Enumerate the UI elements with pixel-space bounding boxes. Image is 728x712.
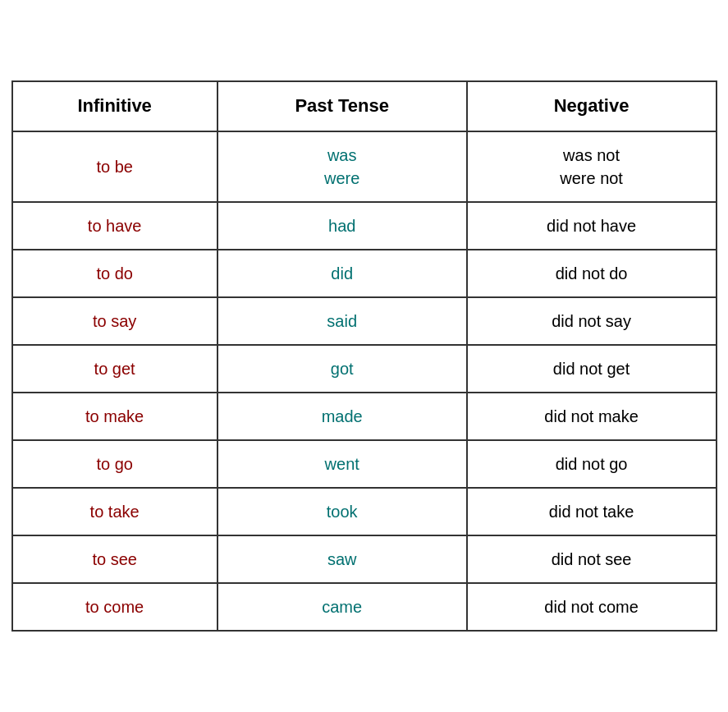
cell-negative: did not go: [467, 440, 717, 488]
cell-infinitive: to get: [12, 345, 217, 393]
table-row: to gowentdid not go: [12, 440, 717, 488]
cell-past-tense: made: [217, 393, 467, 440]
cell-past-tense: said: [217, 297, 467, 345]
cell-negative: did not do: [467, 250, 717, 297]
cell-infinitive: to come: [12, 583, 217, 631]
table-row: to taketookdid not take: [12, 488, 717, 535]
cell-infinitive: to do: [12, 250, 217, 297]
cell-past-tense: did: [217, 250, 467, 297]
cell-past-tense: got: [217, 345, 467, 393]
cell-infinitive: to see: [12, 535, 217, 583]
cell-past-tense: took: [217, 488, 467, 535]
cell-negative: was notwere not: [467, 131, 717, 202]
cell-past-tense: waswere: [217, 131, 467, 202]
table-row: to seesawdid not see: [12, 535, 717, 583]
cell-past-tense: came: [217, 583, 467, 631]
cell-negative: did not make: [467, 393, 717, 440]
cell-negative: did not see: [467, 535, 717, 583]
cell-negative: did not say: [467, 297, 717, 345]
cell-infinitive: to have: [12, 202, 217, 250]
table-container: Infinitive Past Tense Negative to bewasw…: [11, 80, 717, 632]
header-row: Infinitive Past Tense Negative: [12, 81, 717, 131]
cell-past-tense: had: [217, 202, 467, 250]
table-row: to getgotdid not get: [12, 345, 717, 393]
header-infinitive: Infinitive: [12, 81, 217, 131]
cell-infinitive: to be: [12, 131, 217, 202]
cell-past-tense: saw: [217, 535, 467, 583]
header-past-tense: Past Tense: [217, 81, 467, 131]
cell-infinitive: to take: [12, 488, 217, 535]
table-row: to makemadedid not make: [12, 393, 717, 440]
verb-table: Infinitive Past Tense Negative to bewasw…: [11, 80, 717, 632]
cell-past-tense: went: [217, 440, 467, 488]
cell-infinitive: to make: [12, 393, 217, 440]
cell-negative: did not have: [467, 202, 717, 250]
cell-infinitive: to go: [12, 440, 217, 488]
table-row: to saysaiddid not say: [12, 297, 717, 345]
cell-negative: did not get: [467, 345, 717, 393]
cell-infinitive: to say: [12, 297, 217, 345]
header-negative: Negative: [467, 81, 717, 131]
table-row: to comecamedid not come: [12, 583, 717, 631]
table-row: to dodiddid not do: [12, 250, 717, 297]
cell-negative: did not take: [467, 488, 717, 535]
cell-negative: did not come: [467, 583, 717, 631]
table-row: to havehaddid not have: [12, 202, 717, 250]
table-row: to bewaswerewas notwere not: [12, 131, 717, 202]
